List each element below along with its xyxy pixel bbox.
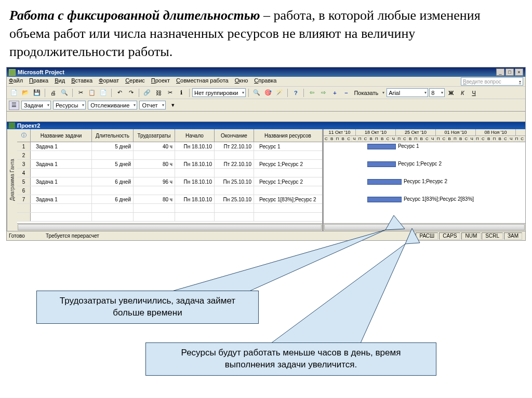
paste-icon[interactable]: 📄 [98, 88, 109, 98]
zoom-icon[interactable]: 🔍 [251, 88, 262, 98]
table-row[interactable]: 2 [17, 151, 322, 160]
undo-icon[interactable]: ↶ [114, 88, 125, 98]
gantt-bar-label: Ресурс 1 [398, 143, 419, 149]
tasks-view[interactable]: Задачи [21, 101, 51, 109]
titlebar[interactable]: Microsoft Project _ □ × [7, 67, 525, 77]
status-recalc: Требуется перерасчет [46, 233, 99, 239]
menu-collab[interactable]: Совместная работа [176, 77, 229, 86]
project-titlebar[interactable]: Проект2 [7, 122, 525, 129]
gantt-bar[interactable] [367, 144, 396, 149]
ms-project-window: Microsoft Project _ □ × Файл Правка Вид … [6, 67, 526, 241]
project-icon [9, 122, 15, 129]
close-button[interactable]: × [515, 68, 523, 76]
redo-icon[interactable]: ↷ [126, 88, 136, 98]
callout-resources-less-hours: Ресурсы будут работать меньше часов в де… [145, 342, 436, 376]
link-icon[interactable]: 🔗 [142, 88, 152, 98]
grid-hscroll[interactable] [17, 223, 322, 231]
col-duration[interactable]: Длительность [92, 129, 134, 142]
wizard-icon[interactable]: 🪄 [274, 88, 285, 98]
open-icon[interactable]: 📂 [20, 88, 31, 98]
col-work[interactable]: Трудозатраты [134, 129, 175, 142]
split-icon[interactable]: ✂ [165, 88, 175, 98]
copy-icon[interactable]: 📋 [87, 88, 97, 98]
status-ovr: ЗАМ [504, 232, 522, 240]
outdent-icon[interactable]: ⇦ [307, 88, 317, 98]
gantt-bar-label: Ресурс 1;Ресурс 2 [398, 161, 442, 167]
project-name: Проект2 [17, 122, 40, 129]
gantt-bar[interactable] [367, 179, 402, 185]
info-icon[interactable]: ℹ [176, 88, 187, 98]
view-bar[interactable]: ☰ Задачи Ресурсы Отслеживание Отчет ▾ [7, 99, 525, 112]
menu-format[interactable]: Формат [99, 77, 119, 86]
help-question-input[interactable]: Введите вопрос▾ [461, 77, 523, 86]
underline-icon[interactable]: Ч [469, 88, 479, 98]
app-icon [9, 69, 16, 76]
bold-icon[interactable]: Ж [446, 88, 456, 98]
maximize-button[interactable]: □ [506, 68, 514, 76]
table-row[interactable]: 1Задача 15 дней40 чПн 18.10.10Пт 22.10.1… [17, 142, 322, 151]
term: Работа с фиксированной длительностью [9, 8, 260, 23]
standard-toolbar[interactable]: 📄 📂 💾 🖨 🔍 ✂ 📋 📄 ↶ ↷ 🔗 ⛓ ✂ ℹ Нет группиро… [7, 87, 525, 99]
toolbar-options-icon[interactable]: ▾ [168, 101, 178, 110]
statusbar: Готово Требуется перерасчет РАСШ CAPS NU… [7, 231, 525, 240]
menu-window[interactable]: Окно [235, 77, 248, 86]
svg-marker-3 [265, 244, 405, 348]
menu-edit[interactable]: Правка [29, 77, 48, 86]
window-title: Microsoft Project [18, 69, 496, 75]
task-grid[interactable]: ⓘ Название задачи Длительность Трудозатр… [17, 129, 324, 231]
fontsize-select[interactable]: 8 [429, 88, 445, 97]
font-select[interactable]: Arial [387, 88, 428, 97]
table-row[interactable]: 7Задача 16 дней80 чПн 18.10.10Пн 25.10.1… [17, 195, 322, 204]
gantt-chart[interactable]: 11 Окт '1018 Окт '1025 Окт '1001 Ноя '10… [324, 129, 525, 231]
minus-icon[interactable]: − [341, 88, 351, 98]
menubar[interactable]: Файл Правка Вид Вставка Формат Сервис Пр… [7, 77, 525, 87]
table-row[interactable]: 5Задача 16 дней96 чПн 18.10.10Пн 25.10.1… [17, 177, 322, 186]
gantt-bar[interactable] [367, 197, 402, 202]
group-select[interactable]: Нет группировки [192, 88, 246, 97]
report-view[interactable]: Отчет [139, 101, 165, 109]
italic-icon[interactable]: К [457, 88, 468, 98]
print-icon[interactable]: 🖨 [48, 88, 58, 98]
tracking-view[interactable]: Отслеживание [88, 101, 137, 109]
menu-view[interactable]: Вид [55, 77, 65, 86]
plus-icon[interactable]: + [329, 88, 340, 98]
col-indicator[interactable]: ⓘ [17, 129, 31, 142]
menu-help[interactable]: Справка [254, 77, 276, 86]
status-caps: CAPS [439, 232, 460, 240]
guide-icon[interactable]: ☰ [9, 101, 19, 110]
status-ext: РАСШ [416, 232, 438, 240]
table-row[interactable]: 6 [17, 186, 322, 195]
menu-tools[interactable]: Сервис [125, 77, 145, 86]
gantt-bar-label: Ресурс 1;Ресурс 2 [404, 179, 447, 184]
resources-view[interactable]: Ресурсы [53, 101, 86, 109]
show-select[interactable]: Показать [352, 88, 385, 97]
workarea: Диаграмма Ганта ⓘ Название задачи Длител… [7, 129, 525, 231]
help-icon[interactable]: ? [290, 88, 301, 98]
table-row[interactable]: 3Задача 15 дней80 чПн 18.10.10Пт 22.10.1… [17, 160, 322, 169]
new-icon[interactable]: 📄 [9, 88, 19, 98]
status-num: NUM [461, 232, 481, 240]
grid-header[interactable]: ⓘ Название задачи Длительность Трудозатр… [17, 129, 322, 142]
col-resources[interactable]: Названия ресурсов [254, 129, 322, 142]
gantt-bar[interactable] [367, 161, 396, 167]
status-scrl: SCRL [482, 232, 503, 240]
minimize-button[interactable]: _ [496, 68, 504, 76]
menu-insert[interactable]: Вставка [71, 77, 92, 86]
col-name[interactable]: Название задачи [31, 129, 92, 142]
col-start[interactable]: Начало [175, 129, 215, 142]
goto-icon[interactable]: 🎯 [263, 88, 273, 98]
cut-icon[interactable]: ✂ [75, 88, 86, 98]
unlink-icon[interactable]: ⛓ [153, 88, 164, 98]
gantt-bar-label: Ресурс 1[83%];Ресурс 2[83%] [404, 196, 474, 202]
gantt-hscroll[interactable] [324, 223, 525, 231]
status-ready: Готово [9, 233, 25, 239]
table-row[interactable]: 4 [17, 169, 322, 177]
indent-icon[interactable]: ⇨ [318, 88, 328, 98]
callout-work-increased: Трудозатраты увеличились, задача займет … [36, 291, 259, 324]
menu-project[interactable]: Проект [151, 77, 170, 86]
col-end[interactable]: Окончание [215, 129, 254, 142]
gantt-sidetab[interactable]: Диаграмма Ганта [7, 129, 17, 231]
preview-icon[interactable]: 🔍 [59, 88, 70, 98]
menu-file[interactable]: Файл [9, 77, 23, 86]
save-icon[interactable]: 💾 [32, 88, 42, 98]
